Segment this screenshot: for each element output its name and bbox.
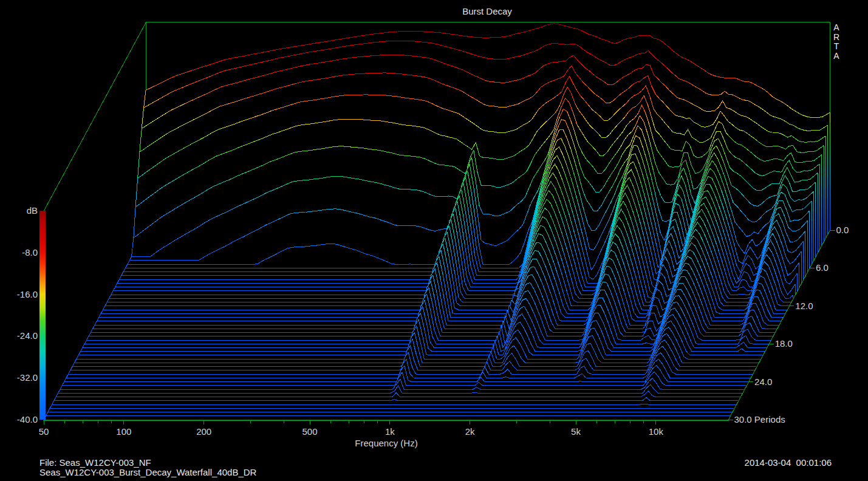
svg-text:Seas_W12CY-003_Burst_Decay_Wat: Seas_W12CY-003_Burst_Decay_Waterfall_40d… [39,467,257,477]
svg-text:5k: 5k [571,426,581,437]
svg-text:30.0 Periods: 30.0 Periods [734,414,785,425]
svg-text:R: R [833,32,839,42]
svg-text:200: 200 [196,426,211,437]
svg-text:A: A [833,51,839,61]
svg-text:18.0: 18.0 [775,338,793,349]
svg-text:500: 500 [302,426,317,437]
svg-text:6.0: 6.0 [816,262,829,273]
svg-text:dB: dB [27,205,38,216]
svg-text:10k: 10k [649,426,664,437]
svg-text:2k: 2k [465,426,475,437]
svg-text:-24.0: -24.0 [17,330,38,341]
svg-text:1k: 1k [385,426,395,437]
svg-text:-40.0: -40.0 [17,414,38,425]
svg-text:0.0: 0.0 [836,225,849,235]
svg-text:100: 100 [116,426,131,437]
svg-text:50: 50 [39,426,49,437]
svg-text:A: A [833,22,839,32]
svg-text:T: T [834,41,839,51]
svg-text:-16.0: -16.0 [17,289,38,299]
svg-text:File: Seas_W12CY-003_NF: File: Seas_W12CY-003_NF [39,457,151,468]
svg-text:Frequency (Hz): Frequency (Hz) [355,438,417,448]
svg-text:2014-03-04 00:01:06: 2014-03-04 00:01:06 [745,457,832,468]
svg-text:Burst Decay: Burst Decay [462,6,512,16]
svg-text:24.0: 24.0 [754,377,772,387]
svg-text:-32.0: -32.0 [17,372,38,383]
svg-text:12.0: 12.0 [795,301,813,311]
svg-text:-8.0: -8.0 [22,247,38,258]
